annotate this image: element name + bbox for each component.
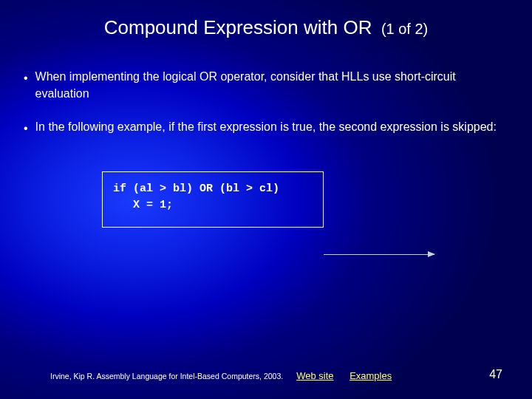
- link-examples[interactable]: Examples: [349, 370, 392, 381]
- bullet-item: • In the following example, if the first…: [24, 118, 508, 137]
- bullet-item: • When implementing the logical OR opera…: [24, 68, 508, 102]
- arrow-icon: [324, 254, 434, 255]
- slide: Compound Expression with OR (1 of 2) • W…: [0, 0, 532, 399]
- title-row: Compound Expression with OR (1 of 2): [0, 16, 532, 39]
- slide-title: Compound Expression with OR: [104, 16, 372, 38]
- page-number: 47: [489, 368, 502, 381]
- bullet-text: When implementing the logical OR operato…: [35, 68, 508, 102]
- footer: Irvine, Kip R. Assembly Language for Int…: [50, 370, 508, 381]
- bullet-dot-icon: •: [24, 120, 28, 137]
- code-block: if (al > bl) OR (bl > cl) X = 1;: [102, 171, 324, 228]
- slide-body: • When implementing the logical OR opera…: [24, 68, 508, 154]
- bullet-text: In the following example, if the first e…: [35, 118, 497, 135]
- link-website[interactable]: Web site: [296, 370, 333, 381]
- slide-title-suffix: (1 of 2): [381, 21, 428, 37]
- footer-links: Web site Examples: [296, 370, 405, 381]
- bullet-dot-icon: •: [24, 69, 28, 86]
- footer-citation: Irvine, Kip R. Assembly Language for Int…: [50, 372, 283, 381]
